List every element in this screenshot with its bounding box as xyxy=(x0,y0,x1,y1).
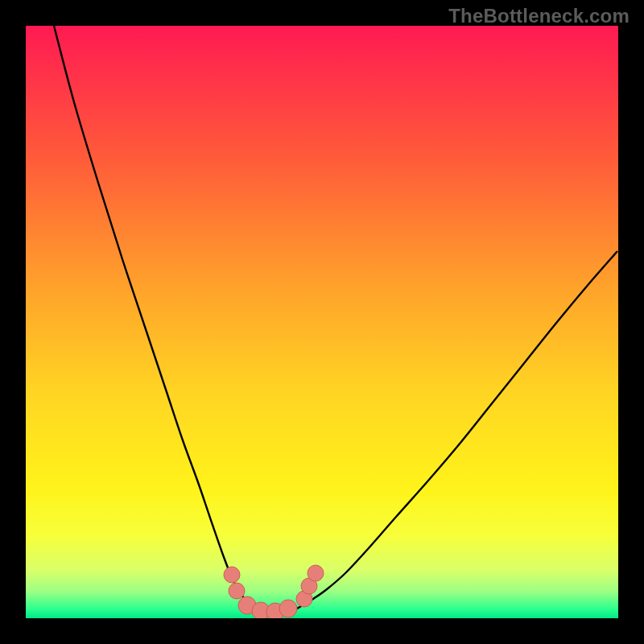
valley-marker xyxy=(224,567,240,583)
bottleneck-chart xyxy=(26,26,618,618)
valley-marker xyxy=(229,583,245,599)
gradient-background xyxy=(26,26,618,618)
outer-frame: TheBottleneck.com xyxy=(0,0,644,644)
valley-marker xyxy=(279,600,297,617)
watermark-text: TheBottleneck.com xyxy=(448,5,630,27)
valley-marker xyxy=(308,565,324,581)
plot-area xyxy=(26,26,618,618)
